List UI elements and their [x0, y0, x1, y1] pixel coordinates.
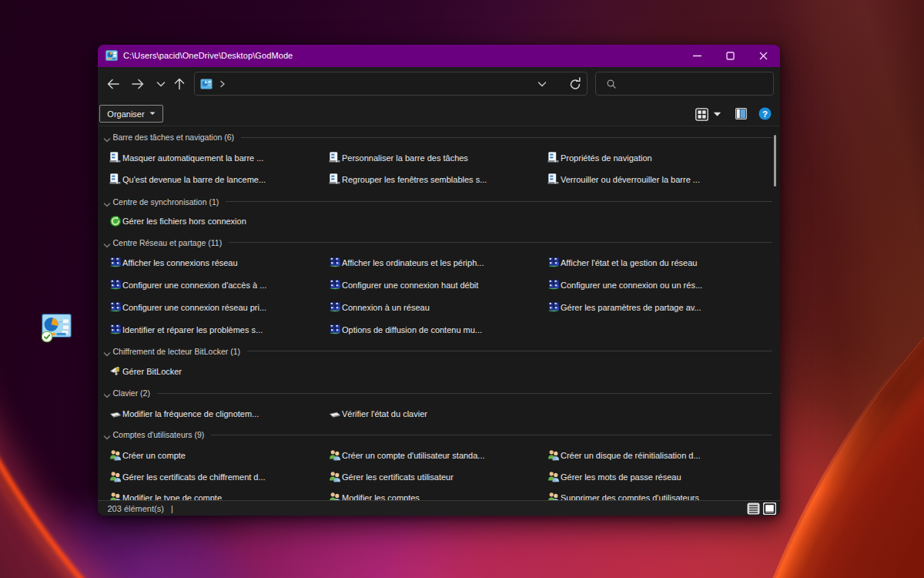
svg-text:?: ? [762, 109, 767, 119]
